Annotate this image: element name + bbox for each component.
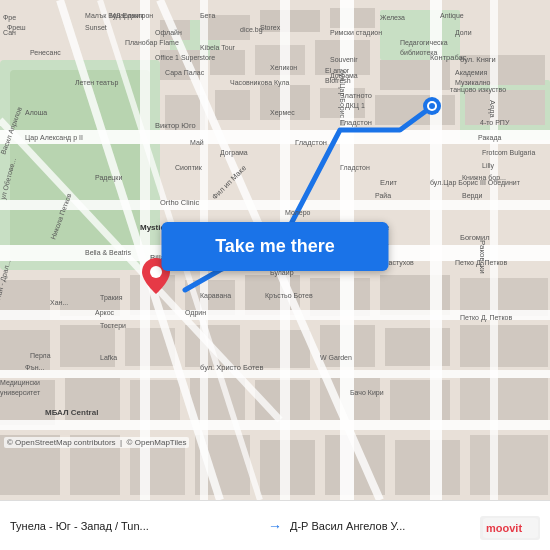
svg-text:Раковски: Раковски	[478, 240, 487, 274]
svg-text:танцово изкуство: танцово изкуство	[450, 86, 506, 94]
svg-text:Виктор Юго: Виктор Юго	[155, 121, 196, 130]
svg-text:Storex: Storex	[260, 24, 281, 31]
svg-text:Хермес: Хермес	[270, 109, 295, 117]
svg-text:Office 1 Superstore: Office 1 Superstore	[155, 54, 215, 62]
svg-text:Май: Май	[190, 139, 204, 146]
svg-text:Сан: Сан	[3, 29, 16, 36]
svg-text:Souvenir: Souvenir	[330, 56, 358, 63]
svg-text:ДКЦ 1: ДКЦ 1	[345, 102, 365, 110]
svg-text:Петко Д. Петков: Петко Д. Петков	[460, 314, 512, 322]
svg-text:Железа: Железа	[380, 14, 405, 21]
svg-rect-53	[470, 435, 548, 495]
svg-text:МБАЛ Central: МБАЛ Central	[45, 408, 98, 417]
svg-text:Алоша: Алоша	[25, 109, 47, 116]
svg-text:Antique: Antique	[440, 12, 464, 20]
svg-text:4-то РПУ: 4-то РПУ	[480, 119, 510, 126]
svg-text:Цар Александ р II: Цар Александ р II	[25, 134, 83, 142]
svg-text:Bella & Beatris: Bella & Beatris	[85, 249, 131, 256]
svg-text:Хан...: Хан...	[50, 299, 68, 306]
attribution: © OpenStreetMap contributors | © OpenMap…	[4, 437, 189, 448]
svg-text:Контрабас: Контрабас	[430, 53, 467, 62]
take-me-there-button[interactable]: Take me there	[162, 222, 389, 271]
moovit-logo-container: moovit	[480, 516, 540, 540]
svg-text:бул.Цар Борис III: бул.Цар Борис III	[338, 70, 346, 126]
svg-text:Ракада: Ракада	[478, 134, 502, 142]
bottom-route-info: Тунела - Юг - Запад / Tun... → Д-Р Васил…	[10, 518, 540, 534]
svg-point-167	[150, 266, 162, 278]
svg-text:Часовникова Кула: Часовникова Кула	[230, 79, 290, 87]
svg-text:Сиоптик: Сиоптик	[175, 164, 203, 171]
svg-rect-11	[210, 50, 245, 75]
svg-text:Офлайн: Офлайн	[155, 29, 182, 37]
svg-text:Сара Палас: Сара Палас	[165, 69, 205, 77]
svg-point-72	[429, 103, 435, 109]
svg-rect-38	[0, 380, 55, 425]
svg-rect-48	[130, 440, 185, 495]
svg-text:Гладстон: Гладстон	[340, 164, 370, 172]
svg-text:Книжна бор...: Книжна бор...	[462, 174, 506, 182]
moovit-logo: moovit	[480, 516, 540, 540]
attribution-omt: © OpenMapTiles	[127, 438, 187, 447]
svg-text:Frotcom Bulgaria: Frotcom Bulgaria	[482, 149, 535, 157]
svg-text:Перла: Перла	[30, 352, 51, 360]
svg-text:W Garden: W Garden	[320, 354, 352, 361]
svg-text:Тракия: Тракия	[100, 294, 123, 302]
svg-text:Летен театър: Летен театър	[75, 79, 118, 87]
svg-text:Райа: Райа	[375, 192, 391, 199]
attribution-osm: © OpenStreetMap contributors	[7, 438, 116, 447]
svg-text:Молеро: Молеро	[285, 209, 311, 217]
svg-text:Медицински: Медицински	[0, 379, 40, 387]
svg-rect-17	[215, 90, 250, 120]
svg-text:Верди: Верди	[462, 192, 482, 200]
svg-rect-65	[490, 0, 498, 500]
svg-text:dice.bg: dice.bg	[240, 26, 263, 34]
svg-text:Аяда: Аяда	[488, 100, 497, 118]
svg-rect-58	[0, 370, 550, 378]
svg-text:Малък Бунарджик: Малък Бунарджик	[85, 12, 144, 20]
svg-text:Аркос: Аркос	[95, 309, 115, 317]
svg-text:Одрин: Одрин	[185, 309, 206, 317]
svg-text:Хеликон: Хеликон	[270, 64, 297, 71]
route-from: Тунела - Юг - Запад / Tun...	[10, 520, 260, 532]
svg-text:Lafka: Lafka	[100, 354, 117, 361]
svg-text:Фре: Фре	[3, 14, 16, 22]
svg-text:Lilly: Lilly	[482, 162, 495, 170]
svg-text:Педагогическа: Педагогическа	[400, 39, 448, 47]
svg-rect-64	[430, 0, 442, 500]
svg-text:Елит: Елит	[380, 178, 398, 187]
svg-rect-45	[460, 378, 548, 420]
bottom-bar: Тунела - Юг - Запад / Tun... → Д-Р Васил…	[0, 500, 550, 550]
svg-text:Kibela Tour: Kibela Tour	[200, 44, 236, 51]
svg-text:Дограма: Дограма	[220, 149, 248, 157]
svg-text:Бачо Кири: Бачо Кири	[350, 389, 384, 397]
route-arrow: →	[264, 518, 286, 534]
svg-text:Тостери: Тостери	[100, 322, 126, 330]
svg-rect-59	[0, 420, 550, 430]
svg-text:Планобар Flame: Планобар Flame	[125, 39, 179, 47]
svg-text:Фън...: Фън...	[25, 364, 44, 371]
svg-text:Кръстьо Ботев: Кръстьо Ботев	[265, 292, 313, 300]
svg-text:Sunset: Sunset	[85, 24, 107, 31]
svg-rect-41	[190, 378, 245, 420]
svg-text:Бета: Бета	[200, 12, 215, 19]
svg-text:Академия: Академия	[455, 69, 487, 77]
svg-text:Римски стадион: Римски стадион	[330, 29, 382, 37]
svg-text:университет: университет	[0, 389, 41, 397]
svg-text:Каравана: Каравана	[200, 292, 231, 300]
svg-rect-37	[460, 325, 548, 367]
svg-rect-52	[395, 440, 460, 495]
svg-text:Ortho Clinic: Ortho Clinic	[160, 198, 199, 207]
svg-text:Ренесанс: Ренесанс	[30, 49, 61, 56]
svg-text:Радецки: Радецки	[95, 174, 122, 182]
svg-text:Гладстон: Гладстон	[295, 138, 327, 147]
svg-text:Доли: Доли	[455, 29, 472, 37]
svg-text:бул. Христо Ботев: бул. Христо Ботев	[200, 363, 263, 372]
map-container: Виктор Юго Фил ип Маке Гладстон Централн…	[0, 0, 550, 500]
svg-text:moovit: moovit	[486, 522, 522, 534]
svg-rect-40	[130, 380, 180, 420]
